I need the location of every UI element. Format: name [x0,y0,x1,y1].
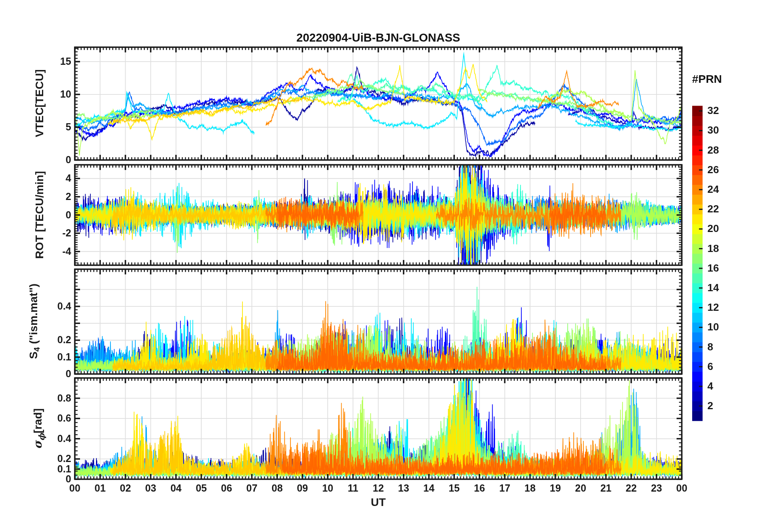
colorbar-tick-label: 22 [707,203,735,215]
y-tick-label: -2 [35,227,71,239]
y-tick-label: 0.6 [35,412,71,424]
y-tick-label: 5 [35,121,71,133]
x-tick-label: 10 [316,482,340,494]
colorbar-tick-label: 14 [707,282,735,294]
colorbar-tick-label: 32 [707,104,735,117]
colorbar-tick-label: 18 [707,242,735,255]
x-tick-label: 02 [113,482,137,494]
x-tick-label: 12 [366,482,391,494]
chart-canvas [0,0,761,532]
y-tick-label: 4 [35,172,71,184]
x-tick-label: 04 [164,482,188,494]
colorbar-tick-label: 6 [707,360,735,373]
x-tick-label: 01 [88,482,112,494]
y-tick-label: 0.1 [35,463,71,475]
x-tick-label: 05 [189,482,213,494]
x-tick-label: 13 [392,482,416,494]
y-tick-label: 0 [35,473,71,485]
colorbar-tick-label: 20 [707,222,735,235]
colorbar-tick-label: 2 [707,400,735,412]
colorbar-tick-label: 24 [707,183,735,196]
x-tick-label: 23 [645,482,669,494]
y-tick-label: 0.8 [35,392,71,404]
x-tick-label: 22 [619,482,643,494]
colorbar-tick-label: 4 [707,380,735,392]
chart-title: 20220904-UiB-BJN-GLONASS [75,31,682,44]
x-tick-label: 19 [543,482,567,494]
x-tick-label: 11 [341,482,365,494]
y-tick-label: 10 [35,88,71,100]
x-axis-label: UT [75,496,682,509]
y-tick-label: 2 [35,191,71,202]
y-tick-label: 0.1 [35,351,71,363]
x-tick-label: 03 [139,482,163,494]
x-tick-label: 17 [493,482,517,494]
x-tick-label: 18 [518,482,542,494]
y-tick-label: -4 [35,246,71,257]
y-tick-label: 15 [35,56,71,67]
x-tick-label: 08 [265,482,289,494]
colorbar-tick-label: 28 [707,144,735,156]
x-tick-label: 16 [467,482,491,494]
y-tick-label: 0 [35,368,71,380]
x-tick-label: 00 [670,482,694,494]
y-tick-label: 0.2 [35,334,71,346]
x-tick-label: 06 [214,482,238,494]
y-tick-label: 0.4 [35,300,71,312]
x-tick-label: 15 [442,482,466,494]
colorbar-tick-label: 12 [707,301,735,314]
colorbar-label: #PRN [685,73,729,86]
x-tick-label: 20 [569,482,593,494]
x-tick-label: 21 [594,482,618,494]
colorbar-tick-label: 26 [707,164,735,176]
colorbar-tick-label: 10 [707,321,735,333]
y-tick-label: 0 [35,154,71,166]
colorbar-tick-label: 30 [707,124,735,136]
x-tick-label: 09 [290,482,314,494]
y-tick-label: 0 [35,209,71,221]
colorbar-tick-label: 16 [707,262,735,274]
figure: 20220904-UiB-BJN-GLONASS VTEC[TECU] ROT … [0,0,761,532]
y-tick-label: 0.4 [35,433,71,444]
x-tick-label: 07 [240,482,264,494]
x-tick-label: 14 [417,482,441,494]
y-tick-label: 0.2 [35,453,71,464]
colorbar-tick-label: 8 [707,341,735,353]
